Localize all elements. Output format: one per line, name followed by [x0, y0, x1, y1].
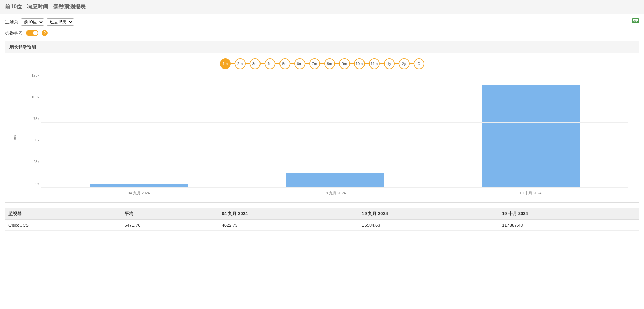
ytick: 50k — [27, 138, 39, 142]
range-btn-10m[interactable]: 10m — [354, 58, 365, 69]
range-btn-C[interactable]: C — [414, 58, 424, 69]
forecast-panel: 增长趋势预测 1m2m3m4m5m6m7m8m9m10m11m1y2yC ms … — [5, 41, 639, 203]
th-c2: 19 九月 2024 — [358, 208, 499, 220]
gridline — [41, 144, 628, 144]
range-sep — [290, 63, 294, 64]
range-selector: 1m2m3m4m5m6m7m8m9m10m11m1y2yC — [12, 58, 632, 69]
table-row: CiscoUCS5471.764622.7316584.63117887.48 — [5, 220, 639, 231]
th-monitor: 监视器 — [5, 208, 121, 220]
range-sep — [231, 63, 235, 64]
ml-row: 机器学习 ? — [0, 30, 644, 41]
bar-slot — [433, 79, 628, 188]
ytick: 125k — [27, 73, 39, 77]
range-sep — [365, 63, 369, 64]
help-icon[interactable]: ? — [42, 30, 48, 36]
gridline — [41, 79, 628, 79]
xtick: 19 十月 2024 — [433, 188, 628, 196]
range-btn-2m[interactable]: 2m — [235, 58, 246, 69]
bar-slot — [41, 79, 237, 188]
gridline — [41, 122, 628, 123]
ytick: 0k — [27, 181, 39, 186]
cell-c1: 4622.73 — [219, 220, 359, 231]
page-title: 前10位 - 响应时间 - 毫秒预测报表 — [0, 0, 644, 14]
gridline — [41, 166, 628, 166]
period-select[interactable]: 过去15天 — [47, 18, 74, 26]
range-sep — [320, 63, 324, 64]
range-btn-4m[interactable]: 4m — [265, 58, 275, 69]
range-sep — [350, 63, 354, 64]
bar-slot — [237, 79, 433, 188]
xtick: 19 九月 2024 — [237, 188, 433, 196]
ytick: 100k — [27, 95, 39, 99]
filter-bar: 过滤为 前10位 过去15天 CSV — [0, 14, 644, 30]
data-table: 监视器 平均 04 九月 2024 19 九月 2024 19 十月 2024 … — [5, 208, 639, 231]
ml-label: 机器学习 — [5, 30, 23, 36]
range-btn-3m[interactable]: 3m — [250, 58, 261, 69]
range-btn-9m[interactable]: 9m — [339, 58, 350, 69]
range-sep — [335, 63, 339, 64]
range-sep — [380, 63, 384, 64]
range-btn-1m[interactable]: 1m — [220, 58, 231, 69]
chart-area: ms 0k25k50k75k100k125k 04 九月 202419 九月 2… — [12, 79, 632, 196]
export-csv-icon[interactable]: CSV — [632, 18, 639, 23]
range-sep — [410, 63, 414, 64]
cell-c3: 117887.48 — [499, 220, 639, 231]
cell-avg: 5471.76 — [121, 220, 219, 231]
range-btn-2y[interactable]: 2y — [399, 58, 410, 69]
range-sep — [395, 63, 399, 64]
range-sep — [246, 63, 250, 64]
xtick: 04 九月 2024 — [41, 188, 237, 196]
ml-toggle[interactable] — [26, 30, 38, 36]
panel-title: 增长趋势预测 — [5, 41, 639, 53]
th-c1: 04 九月 2024 — [219, 208, 359, 220]
bar[interactable] — [286, 173, 384, 188]
range-sep — [261, 63, 265, 64]
panel-body: 1m2m3m4m5m6m7m8m9m10m11m1y2yC ms 0k25k50… — [5, 53, 639, 202]
range-sep — [275, 63, 279, 64]
range-btn-1y[interactable]: 1y — [384, 58, 395, 69]
cell-monitor: CiscoUCS — [5, 220, 121, 231]
range-btn-7m[interactable]: 7m — [309, 58, 320, 69]
plot: 0k25k50k75k100k125k — [27, 79, 632, 188]
ytick: 25k — [27, 160, 39, 164]
range-sep — [305, 63, 309, 64]
gridline — [41, 187, 628, 188]
topn-select[interactable]: 前10位 — [21, 18, 44, 26]
th-c3: 19 十月 2024 — [499, 208, 639, 220]
y-axis-label: ms — [13, 135, 17, 140]
range-btn-11m[interactable]: 11m — [369, 58, 380, 69]
range-btn-5m[interactable]: 5m — [279, 58, 290, 69]
ytick: 75k — [27, 117, 39, 121]
filter-label: 过滤为 — [5, 19, 18, 25]
gridline — [41, 101, 628, 101]
cell-c2: 16584.63 — [358, 220, 499, 231]
range-btn-6m[interactable]: 6m — [294, 58, 305, 69]
th-avg: 平均 — [121, 208, 219, 220]
range-btn-8m[interactable]: 8m — [324, 58, 335, 69]
